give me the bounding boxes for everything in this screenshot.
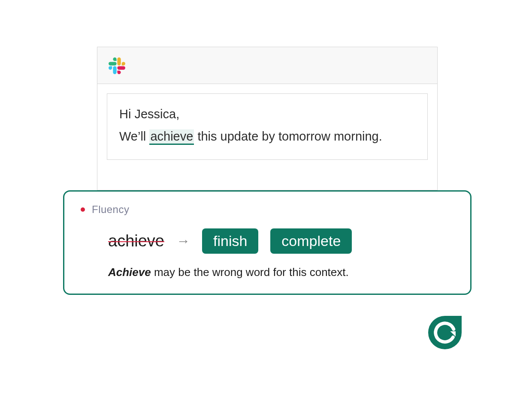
message-body: We’ll achieve this update by tomorrow mo… bbox=[119, 126, 415, 146]
suggestion-chip-finish[interactable]: finish bbox=[202, 228, 258, 254]
message-composer[interactable]: Hi Jessica, We’ll achieve this update by… bbox=[107, 93, 428, 160]
explanation-bold: Achieve bbox=[108, 266, 151, 279]
grammarly-icon[interactable] bbox=[428, 316, 462, 349]
suggestion-category: Fluency bbox=[81, 204, 454, 216]
message-pre: We’ll bbox=[119, 129, 149, 143]
category-label: Fluency bbox=[92, 204, 129, 216]
slack-icon bbox=[108, 57, 126, 75]
explanation-text: Achieve may be the wrong word for this c… bbox=[108, 266, 454, 279]
message-post: this update by tomorrow morning. bbox=[194, 129, 382, 143]
original-word: achieve bbox=[108, 232, 164, 250]
suggestion-card: Fluency achieve → finish complete Achiev… bbox=[63, 190, 472, 295]
explanation-rest: may be the wrong word for this context. bbox=[151, 266, 349, 279]
highlighted-word[interactable]: achieve bbox=[149, 129, 194, 145]
greeting-line: Hi Jessica, bbox=[119, 104, 415, 124]
suggestion-row: achieve → finish complete bbox=[108, 228, 454, 254]
arrow-right-icon: → bbox=[176, 233, 190, 249]
category-dot-icon bbox=[81, 207, 85, 212]
slack-header bbox=[97, 47, 437, 84]
slack-window: Hi Jessica, We’ll achieve this update by… bbox=[97, 47, 438, 190]
suggestion-chip-complete[interactable]: complete bbox=[270, 228, 352, 254]
